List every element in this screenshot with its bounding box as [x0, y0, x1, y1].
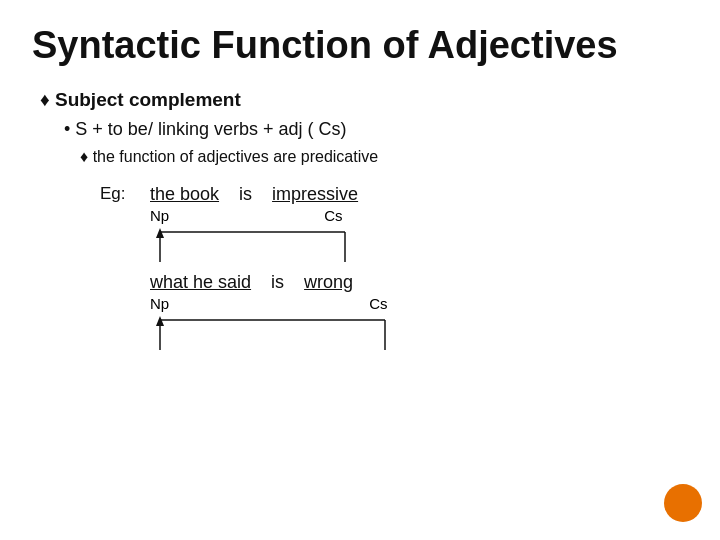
- example2-word2: is: [271, 272, 284, 293]
- diamond-icon-2: ♦: [80, 148, 88, 165]
- bullet-icon: •: [64, 119, 70, 139]
- orange-dot-decoration: [664, 484, 702, 522]
- svg-marker-7: [156, 316, 164, 326]
- example2-row: what he said is wrong Np Cs: [150, 272, 688, 350]
- example2-word3: wrong: [304, 272, 353, 293]
- example1-bracket-svg: [150, 224, 410, 262]
- svg-marker-3: [156, 228, 164, 238]
- example1-word2: is: [239, 184, 252, 205]
- example2-label1: Np: [150, 295, 169, 312]
- example1-label1: Np: [150, 207, 169, 224]
- page-title: Syntactic Function of Adjectives: [32, 24, 688, 67]
- example1-row: Eg: the book is impressive Np Cs: [100, 184, 688, 262]
- section-main: ♦ Subject complement • S + to be/ linkin…: [40, 89, 688, 350]
- example2-bracket-svg: [150, 312, 440, 350]
- function-label: the function of adjectives are predicati…: [93, 148, 379, 165]
- function-row: ♦ the function of adjectives are predica…: [80, 148, 688, 166]
- formula-label: S + to be/ linking verbs + adj ( Cs): [75, 119, 346, 139]
- example1-word3: impressive: [272, 184, 358, 205]
- example2-word1: what he said: [150, 272, 251, 293]
- example1-diagram: the book is impressive Np Cs: [150, 184, 430, 262]
- formula-row: • S + to be/ linking verbs + adj ( Cs): [64, 119, 688, 140]
- example2-label2: Cs: [369, 295, 387, 312]
- eg-label: Eg:: [100, 184, 150, 204]
- example1-label2: Cs: [324, 207, 342, 224]
- diamond-icon-1: ♦: [40, 89, 50, 110]
- diagrams-area: Eg: the book is impressive Np Cs: [100, 184, 688, 350]
- example1-word1: the book: [150, 184, 219, 205]
- subject-complement-heading: ♦ Subject complement: [40, 89, 688, 111]
- page: Syntactic Function of Adjectives ♦ Subje…: [0, 0, 720, 540]
- example2-diagram: what he said is wrong Np Cs: [150, 272, 688, 350]
- subject-complement-label: Subject complement: [55, 89, 241, 110]
